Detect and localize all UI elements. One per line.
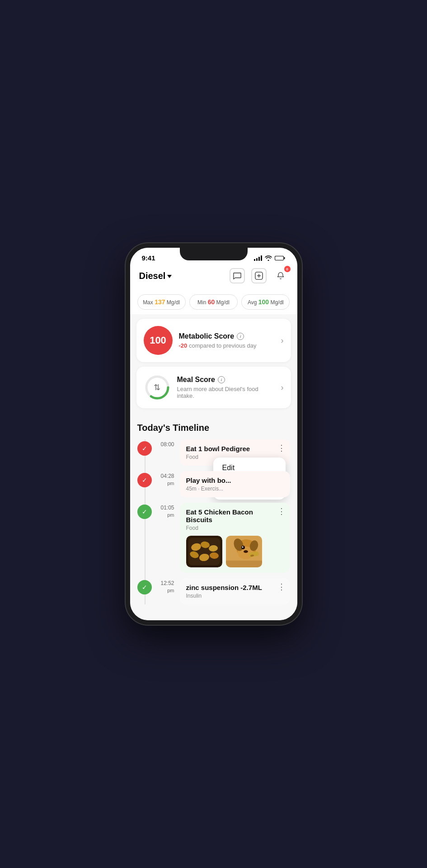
biscuits-image	[186, 536, 222, 567]
timeline-card-3[interactable]: Eat 5 Chicken Bacon Biscuits Food ⋮	[180, 503, 290, 573]
timeline-dot-2: ✓	[137, 473, 152, 487]
meal-score-icon: ⇅	[144, 374, 171, 401]
meal-score-card[interactable]: ⇅ Meal Score i Learn more about Diesel's…	[136, 367, 291, 408]
timeline-dot-3: ✓	[137, 505, 152, 519]
item-title-2: Play with bo...	[186, 476, 284, 484]
svg-point-20	[242, 547, 243, 548]
check-icon-1: ✓	[142, 445, 147, 452]
item-title-4: zinc suspension -2.7ML	[186, 584, 284, 591]
chat-button[interactable]	[230, 268, 245, 283]
metabolic-chevron-icon: ›	[281, 336, 284, 345]
header-actions: 0	[230, 268, 288, 283]
min-value: 60	[208, 298, 215, 306]
svg-rect-1	[284, 257, 285, 259]
metabolic-change-label: compared to previous day	[189, 342, 257, 349]
wifi-icon	[265, 255, 272, 261]
max-value: 137	[155, 298, 165, 306]
timeline-card-1[interactable]: Eat 1 bowl Pedigree Food ⋮ Edit Delete	[180, 439, 290, 466]
add-button[interactable]	[251, 268, 267, 283]
notch	[180, 248, 248, 260]
battery-icon	[275, 255, 286, 261]
meal-chevron-icon: ›	[281, 383, 284, 392]
metabolic-title: Metabolic Score	[179, 332, 235, 340]
timeline-dot-1: ✓	[137, 441, 152, 456]
more-button-1[interactable]: ⋮	[277, 444, 286, 452]
svg-rect-24	[226, 561, 262, 567]
pet-name-dropdown[interactable]: Diesel	[139, 271, 172, 281]
item-subtitle-3: Food	[186, 525, 284, 531]
svg-point-21	[244, 550, 248, 553]
status-icons	[254, 255, 286, 261]
notification-badge: 0	[284, 266, 291, 272]
dog-image	[226, 536, 262, 567]
chat-icon	[233, 272, 241, 280]
metabolic-score-circle: 100	[144, 326, 173, 355]
stats-row: Max 137 Mg/dl Min 60 Mg/dl Avg 100 Mg/dl	[130, 290, 297, 314]
biscuits-thumbnail	[186, 536, 222, 567]
stat-max[interactable]: Max 137 Mg/dl	[137, 294, 186, 310]
item-title-3: Eat 5 Chicken Bacon Biscuits	[186, 508, 284, 524]
meal-subtitle: Learn more about Diesel's food intake.	[177, 386, 275, 399]
item-subtitle-2: 45m · Exercis...	[186, 486, 284, 492]
phone-screen: 9:41	[130, 248, 297, 620]
timeline-card-2[interactable]: Play with bo... 45m · Exercis...	[180, 471, 290, 497]
timeline-time-3: 01:05 pm	[157, 505, 174, 573]
metabolic-change: -20	[179, 342, 188, 349]
timeline-section: Today's Timeline ✓ 08:00 Eat 1 bowl Pedi…	[130, 416, 297, 604]
timeline-time-1: 08:00	[157, 441, 174, 466]
metabolic-card-content: Metabolic Score i -20 compared to previo…	[179, 332, 275, 349]
dog-thumbnail	[226, 536, 262, 567]
plus-icon	[255, 272, 263, 280]
timeline-card-4[interactable]: zinc suspension -2.7ML Insulin ⋮	[180, 578, 290, 604]
timeline-item-1: ✓ 08:00 Eat 1 bowl Pedigree Food ⋮ Edit …	[137, 439, 290, 466]
status-time: 9:41	[142, 254, 155, 262]
stat-avg[interactable]: Avg 100 Mg/dl	[241, 294, 290, 310]
pet-name-label: Diesel	[139, 271, 166, 281]
food-images	[186, 536, 284, 567]
meal-info-icon[interactable]: i	[218, 376, 225, 383]
header: Diesel	[130, 264, 297, 290]
timeline-time-4: 12:52 pm	[157, 580, 174, 604]
signal-icon	[254, 255, 262, 261]
check-icon-3: ✓	[142, 508, 147, 515]
item-title-1: Eat 1 bowl Pedigree	[186, 445, 284, 453]
dropdown-chevron-icon	[167, 275, 172, 278]
stat-min[interactable]: Min 60 Mg/dl	[189, 294, 238, 310]
item-subtitle-4: Insulin	[186, 593, 284, 599]
timeline-item-3: ✓ 01:05 pm Eat 5 Chicken Bacon Biscuits …	[137, 503, 290, 573]
more-button-4[interactable]: ⋮	[277, 583, 286, 591]
timeline-item-4: ✓ 12:52 pm zinc suspension -2.7ML Insuli…	[137, 578, 290, 604]
meal-card-content: Meal Score i Learn more about Diesel's f…	[177, 376, 275, 399]
timeline-title: Today's Timeline	[137, 423, 290, 433]
metabolic-info-icon[interactable]: i	[237, 333, 244, 340]
phone-frame: 9:41	[126, 243, 302, 625]
section-divider	[130, 413, 297, 416]
metabolic-subtitle: -20 compared to previous day	[179, 342, 275, 349]
check-icon-4: ✓	[142, 584, 147, 591]
svg-rect-2	[275, 256, 283, 260]
more-button-3[interactable]: ⋮	[277, 507, 286, 515]
timeline: ✓ 08:00 Eat 1 bowl Pedigree Food ⋮ Edit …	[137, 439, 290, 604]
check-icon-2: ✓	[142, 476, 147, 484]
metabolic-score-card[interactable]: 100 Metabolic Score i -20 compared to pr…	[136, 319, 291, 362]
bell-icon	[277, 272, 285, 280]
timeline-dot-4: ✓	[137, 580, 152, 594]
notifications-button[interactable]: 0	[273, 268, 288, 283]
meal-title: Meal Score	[177, 376, 215, 384]
fork-knife-icon: ⇅	[154, 382, 160, 392]
timeline-item-2: ✓ 04:28 pm Play with bo... 45m · Exercis…	[137, 471, 290, 497]
timeline-time-2: 04:28 pm	[157, 473, 174, 497]
avg-value: 100	[258, 298, 269, 306]
